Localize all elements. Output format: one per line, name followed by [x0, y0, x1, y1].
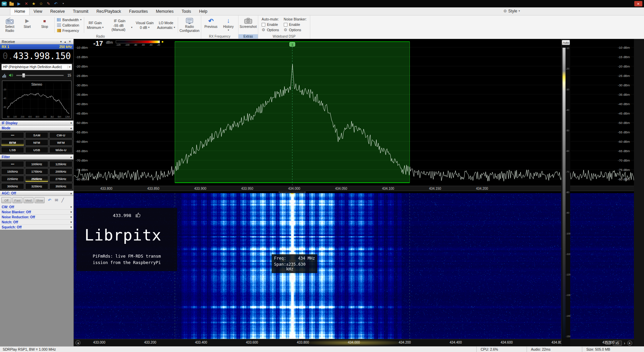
filter-section-header[interactable]: Filter ▴ — [0, 155, 73, 160]
spectrum-frequency-axis[interactable]: 433.800433.850433.900433.950434.000434.0… — [74, 186, 634, 191]
filter-button-275khz[interactable]: 275kHz — [49, 176, 72, 182]
mode-button-cw-u[interactable]: CW-U — [49, 132, 72, 138]
undo-icon[interactable]: ↶ — [53, 1, 58, 6]
noise-blanker-section[interactable]: Noise Blanker: Off ▾ — [0, 210, 73, 215]
agc-slow-button[interactable]: Slow — [35, 197, 45, 203]
envelope-icon[interactable]: ✉ — [55, 198, 58, 202]
tab-favourites[interactable]: Favourites — [125, 8, 152, 15]
mode-section-header[interactable]: Mode ▴ — [0, 126, 73, 131]
filter-button-100khz[interactable]: 100kHz — [25, 161, 48, 167]
auto-mute-options-button[interactable]: ⚙ Options — [262, 28, 279, 32]
tab-rec-playback[interactable]: Rec/Playback — [92, 8, 125, 15]
level-gradient-bar[interactable] — [562, 48, 566, 339]
agc-off-button[interactable]: Off — [1, 197, 11, 203]
spectrum-plot[interactable]: 1 — [74, 39, 634, 186]
chevron-up-icon[interactable]: ▴ — [70, 127, 72, 130]
if-display-section-header[interactable]: IF Display ▾ — [0, 121, 73, 126]
tab-memories[interactable]: Memories — [152, 8, 178, 15]
agc-med-button[interactable]: Med — [23, 197, 34, 203]
stop-button[interactable]: ■ Stop — [36, 16, 53, 34]
chevron-down-icon[interactable]: ▾ — [70, 216, 72, 219]
tab-home[interactable]: Home — [10, 7, 30, 15]
mode-button-bfm[interactable]: BFM — [1, 139, 24, 146]
screenshot-button[interactable]: Screenshot — [239, 16, 257, 34]
tab-view[interactable]: View — [30, 8, 46, 15]
waterfall-display[interactable]: 433.998 Librpitx PiFmRds: live FM-RDS tr… — [74, 193, 634, 339]
audio-device-select[interactable]: HP (Périphérique High Definition Audio) … — [1, 64, 72, 70]
filter-button-225khz[interactable]: 225kHz — [1, 176, 24, 182]
noise-blanker-enable-checkbox[interactable]: Enable — [284, 23, 307, 27]
open-folder-icon[interactable] — [9, 3, 14, 6]
filter-button-325khz[interactable]: 325kHz — [25, 183, 48, 189]
frequency-history-button[interactable]: ↓ History ▾ — [220, 16, 237, 34]
favourite-icon[interactable]: ★ — [31, 1, 36, 6]
receive-panel-header[interactable]: Receive ▾ ▴ ✕ — [0, 39, 73, 44]
filter-button-175khz[interactable]: 175kHz — [25, 168, 48, 175]
chevron-down-icon[interactable]: ▾ — [70, 206, 72, 209]
band-scale[interactable]: ◂ x5 › ▸ 433.000433.200433.400433.600433… — [74, 339, 634, 346]
chevron-down-icon[interactable]: ▾ — [70, 221, 72, 224]
chevron-up-icon[interactable]: ▴ — [70, 192, 72, 195]
thumbs-up-icon[interactable] — [135, 212, 141, 219]
panel-close-icon[interactable]: ✕ — [68, 40, 72, 43]
style-selector[interactable]: ⚙ Style ▾ — [503, 9, 520, 13]
bandwidth-button[interactable]: Bandwidth ▾ — [56, 18, 82, 22]
close-button[interactable]: ✕ — [634, 1, 642, 6]
scroll-left-button[interactable]: ◂ — [75, 340, 80, 345]
chevron-down-icon[interactable]: ▾ — [70, 211, 72, 214]
panel-collapse-icon[interactable]: ▴ — [64, 40, 67, 43]
noise-reduction-section[interactable]: Noise Reduction: Off ▾ — [0, 215, 73, 220]
chevron-down-icon[interactable]: ▾ — [70, 226, 72, 229]
delete-icon[interactable]: ✕ — [24, 1, 29, 6]
volume-slider-handle[interactable] — [22, 73, 25, 78]
tab-receive[interactable]: Receive — [46, 8, 69, 15]
spectrum-display[interactable]: 1 -17 dBm -120-100-80-60-40-20 -10 dBm-1… — [74, 39, 634, 186]
mode-button-wfm[interactable]: WFM — [49, 139, 72, 146]
filter-button-125khz[interactable]: 125kHz — [49, 161, 72, 167]
levels-icon[interactable] — [2, 73, 6, 78]
notch-section[interactable]: Notch: Off ▾ — [0, 220, 73, 225]
level-colorbar[interactable]: -120-100-80-60-40-20 — [116, 40, 160, 46]
pan-right-icon[interactable]: › — [624, 341, 625, 345]
filter-button-350khz[interactable]: 350kHz — [49, 183, 72, 189]
frequency-button[interactable]: Frequency — [56, 29, 82, 33]
tab-help[interactable]: Help — [195, 8, 212, 15]
filter-button-150khz[interactable]: 150kHz — [1, 168, 24, 175]
radio-configuration-button[interactable]: Radio Configuration — [179, 16, 200, 34]
rx-header[interactable]: RX 1 250 kHz — [0, 44, 73, 49]
quickbar-chevron-icon[interactable]: ▾ — [61, 1, 66, 6]
calibration-button[interactable]: Calibration — [56, 23, 82, 27]
filter-button-200khz[interactable]: 200kHz — [49, 168, 72, 175]
previous-frequency-button[interactable]: ↶ Previous — [202, 16, 220, 34]
speaker-icon[interactable] — [9, 73, 14, 77]
filter-button-more[interactable]: ••• — [1, 161, 24, 167]
if-gain-dropdown[interactable]: IF Gain -55 dB (Manual)▾ — [105, 16, 134, 34]
mode-button-more[interactable]: ••• — [1, 132, 24, 138]
filter-button-300khz[interactable]: 300kHz — [1, 183, 24, 189]
favourite-outline-icon[interactable]: ☆ — [39, 1, 44, 6]
auto-mute-enable-checkbox[interactable]: Enable — [262, 23, 279, 27]
chevron-down-icon[interactable]: ▾ — [70, 122, 72, 125]
mode-button-wide-u[interactable]: Wide-U — [49, 147, 72, 153]
splitter-handle[interactable] — [279, 192, 306, 192]
lo-mode-dropdown[interactable]: LO Mode Automatic▾ — [155, 16, 177, 34]
graph-slope-icon[interactable]: ╱ — [61, 198, 64, 202]
start-button[interactable]: ▶ Start — [18, 16, 36, 34]
edit-icon[interactable]: ✎ — [46, 1, 51, 6]
tab-transmit[interactable]: Transmit — [69, 8, 92, 15]
scroll-right-button[interactable]: ▸ — [627, 341, 632, 346]
cw-section[interactable]: CW: Off ▾ — [0, 205, 73, 210]
noise-blanker-options-button[interactable]: ⚙ Options — [284, 28, 307, 32]
tab-tools[interactable]: Tools — [178, 8, 195, 15]
undo-icon[interactable]: ↶ — [48, 198, 51, 202]
select-radio-button[interactable]: Select Radio — [1, 16, 18, 34]
agc-section-header[interactable]: AGC: Off ▴ — [0, 191, 73, 196]
mode-button-usb[interactable]: USB — [25, 147, 48, 153]
rf-gain-dropdown[interactable]: RF Gain Minimum▾ — [85, 16, 105, 34]
panel-menu-icon[interactable]: ▾ — [59, 40, 62, 43]
agc-fast-button[interactable]: Fast — [12, 197, 22, 203]
mode-button-lsb[interactable]: LSB — [1, 147, 24, 153]
auto-range-button[interactable]: Auto — [562, 40, 570, 45]
visual-gain-dropdown[interactable]: Visual Gain 0 dB▾ — [134, 16, 156, 34]
chevron-up-icon[interactable]: ▴ — [70, 156, 72, 159]
